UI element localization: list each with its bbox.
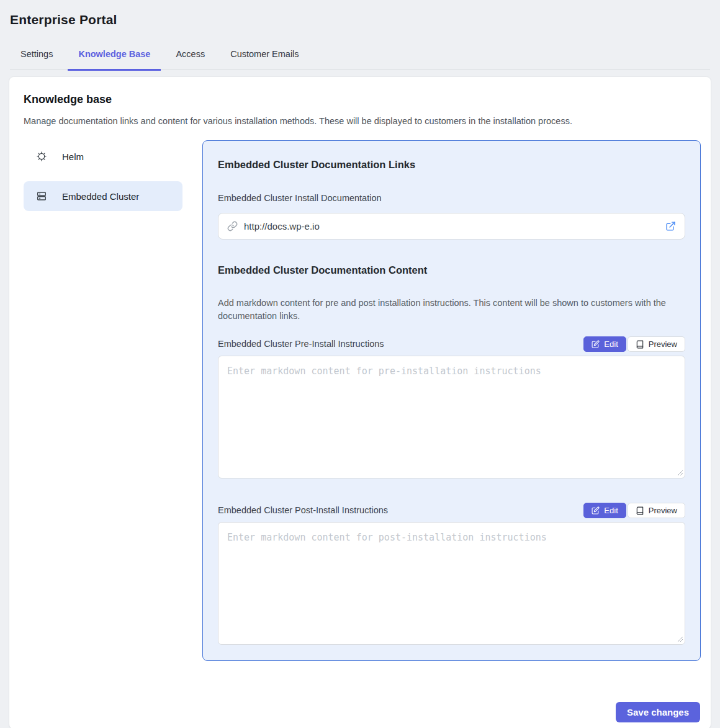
pre-install-header-row: Embedded Cluster Pre-Install Instruction… <box>218 336 685 352</box>
post-install-header-row: Embedded Cluster Post-Install Instructio… <box>218 503 685 518</box>
preview-button[interactable]: Preview <box>628 336 685 352</box>
preview-button[interactable]: Preview <box>628 503 685 518</box>
post-install-label: Embedded Cluster Post-Install Instructio… <box>218 505 388 516</box>
pre-install-label: Embedded Cluster Pre-Install Instruction… <box>218 338 384 349</box>
edit-button[interactable]: Edit <box>583 503 626 518</box>
tab-access[interactable]: Access <box>165 42 215 71</box>
tab-settings[interactable]: Settings <box>10 42 63 71</box>
post-install-textarea[interactable] <box>218 522 685 645</box>
content-columns: Helm Embedded Cluster Embedded Cluster D… <box>24 140 701 661</box>
content-section-title: Embedded Cluster Documentation Content <box>218 264 685 276</box>
knowledge-base-card: Knowledge base Manage documentation link… <box>9 76 711 728</box>
post-install-mode-toggle: Edit Preview <box>583 503 685 518</box>
install-doc-input-wrap <box>218 213 685 240</box>
edit-button[interactable]: Edit <box>583 336 626 352</box>
edit-pencil-icon <box>592 340 600 348</box>
content-section-description: Add markdown content for pre and post in… <box>218 297 685 322</box>
preview-button-label: Preview <box>649 336 677 352</box>
book-icon <box>636 340 644 349</box>
links-section-title: Embedded Cluster Documentation Links <box>218 158 685 171</box>
sidebar-item-helm[interactable]: Helm <box>24 143 182 169</box>
edit-button-label: Edit <box>604 336 618 352</box>
preview-button-label: Preview <box>649 503 677 518</box>
link-icon <box>227 221 238 231</box>
post-install-textarea-wrap <box>218 522 685 645</box>
pre-install-textarea[interactable] <box>218 356 685 479</box>
sidebar-item-label: Embedded Cluster <box>62 191 139 202</box>
tab-knowledge-base[interactable]: Knowledge Base <box>68 42 161 71</box>
book-icon <box>636 506 644 515</box>
sidebar-item-embedded-cluster[interactable]: Embedded Cluster <box>24 181 182 211</box>
edit-pencil-icon <box>592 506 600 515</box>
pre-install-textarea-wrap <box>218 356 685 479</box>
save-changes-button[interactable]: Save changes <box>616 702 700 722</box>
helm-icon <box>36 151 47 162</box>
embedded-cluster-panel: Embedded Cluster Documentation Links Emb… <box>202 140 701 661</box>
install-doc-input[interactable] <box>244 221 659 231</box>
pre-install-mode-toggle: Edit Preview <box>583 336 685 352</box>
tab-customer-emails[interactable]: Customer Emails <box>220 42 309 71</box>
save-row: Save changes <box>24 702 701 722</box>
install-method-nav: Helm Embedded Cluster <box>24 140 182 661</box>
edit-button-label: Edit <box>604 503 618 518</box>
tab-bar: Settings Knowledge Base Access Customer … <box>10 42 710 70</box>
server-stack-icon <box>36 191 47 202</box>
app-header: Enterprise Portal <box>0 0 720 28</box>
external-link-icon[interactable] <box>665 221 676 231</box>
page-description: Manage documentation links and content f… <box>24 115 701 127</box>
sidebar-item-label: Helm <box>62 151 84 162</box>
page-title: Knowledge base <box>24 92 701 106</box>
install-doc-label: Embedded Cluster Install Documentation <box>218 192 685 204</box>
app-title: Enterprise Portal <box>10 12 710 28</box>
